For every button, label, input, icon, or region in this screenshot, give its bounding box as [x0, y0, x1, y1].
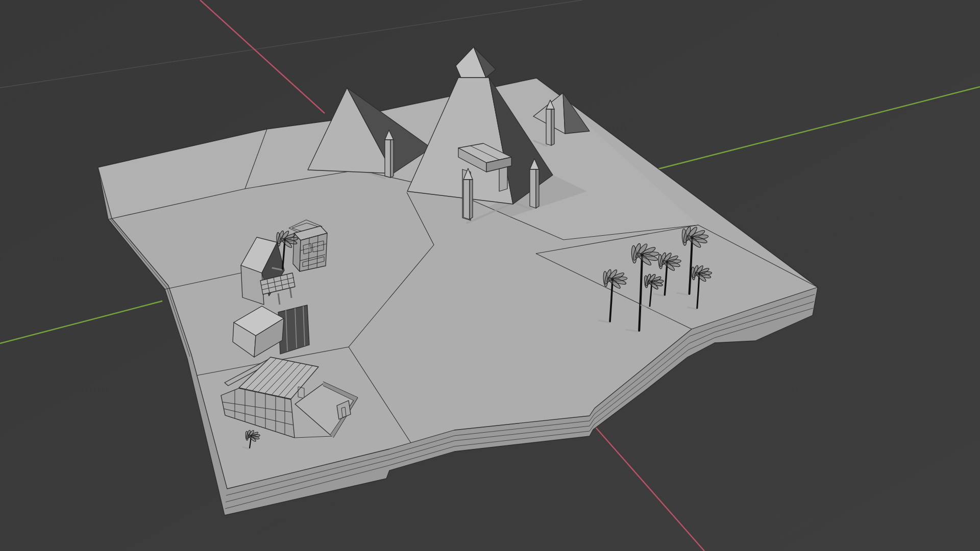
obelisk-3[interactable]	[463, 168, 473, 219]
obelisk-4[interactable]	[546, 100, 554, 145]
palm-crown	[651, 281, 653, 283]
obelisk-1[interactable]	[385, 130, 394, 178]
palm-crown	[691, 236, 694, 239]
palm-crown	[284, 239, 286, 241]
palm-crown	[250, 435, 252, 437]
viewport-3d[interactable]	[0, 0, 980, 551]
viewport-canvas[interactable]	[0, 0, 980, 551]
palm-crown	[698, 273, 700, 275]
palm-crown	[666, 261, 669, 264]
obelisk-2[interactable]	[530, 159, 539, 208]
palm-crown	[641, 254, 644, 257]
palm-crown	[611, 278, 614, 281]
